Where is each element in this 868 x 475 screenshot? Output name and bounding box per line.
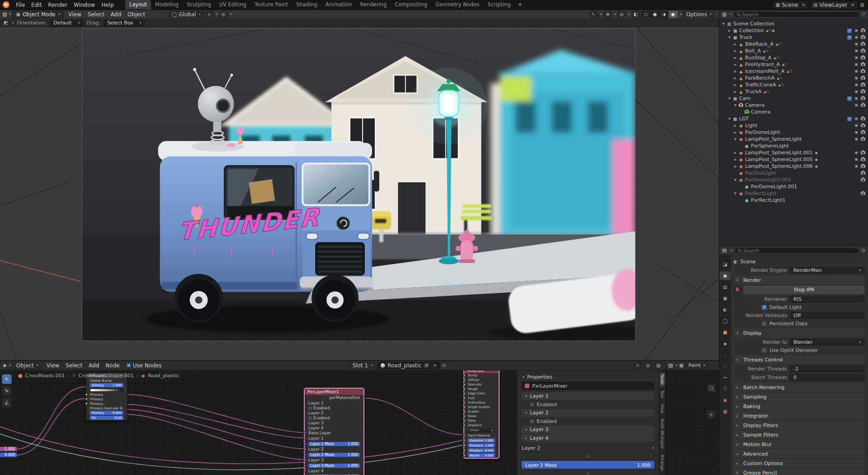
disclosure-arrow-icon[interactable]: ▼	[733, 104, 738, 107]
node-header[interactable]: PxrLayerMixer1	[305, 389, 363, 395]
properties-tab-modifiers[interactable]: ◆	[720, 339, 731, 348]
panel-threads-control[interactable]: ▾Threads Control	[734, 356, 864, 364]
yellow-socket[interactable]	[85, 398, 88, 400]
workspace-tab-texture-paint[interactable]: Texture Paint	[250, 0, 292, 10]
edge-node-slider[interactable]: 0.000	[0, 452, 17, 457]
npanel-tab-view[interactable]: View	[660, 402, 665, 415]
pink-socket[interactable]	[303, 437, 306, 440]
options-menu[interactable]: Options▾	[683, 11, 715, 18]
sidebar-properties-panel[interactable]: ▾Properties	[522, 373, 654, 381]
panel-integrator[interactable]: ▸Integrator	[734, 412, 864, 420]
scene-unlink-icon[interactable]: ×	[802, 2, 806, 8]
outliner-row-trucka[interactable]: ▶▲TruckA▲▽◉	[719, 88, 868, 95]
outliner-row-pxrrectlight[interactable]: ▼◉PxrRectLight	[719, 190, 868, 197]
pink-socket[interactable]	[303, 470, 306, 472]
gray-socket[interactable]	[463, 444, 466, 446]
outliner-row-lamppost-spherelight[interactable]: ▼◉LampPost_SphereLight◉	[719, 136, 868, 142]
disclosure-arrow-icon[interactable]: ▶	[727, 29, 732, 33]
outliner-row-bikerack-a[interactable]: ▶▲BikeRack_A▲▽◉	[719, 41, 868, 48]
camera-visibility-icon[interactable]	[861, 76, 865, 80]
outliner-row-icecreammelt-a[interactable]: ▶▲IcecreamMelt_A▲▽◉	[719, 68, 868, 75]
camera-visibility-icon[interactable]	[861, 97, 865, 100]
shader-type-select[interactable]: Object▾	[13, 362, 41, 369]
panel-grease-pencil[interactable]: ▸Grease Pencil	[734, 469, 864, 475]
eye-icon[interactable]: ◉	[854, 76, 858, 80]
outliner-row-cam[interactable]: ▼▦Cam✓◉	[719, 95, 868, 102]
gray-socket[interactable]	[463, 388, 466, 390]
collection-checkbox-icon[interactable]: ✓	[847, 117, 852, 121]
stop-ipr-button[interactable]: Stop IPR	[744, 286, 864, 294]
menu-file[interactable]: File	[13, 1, 28, 9]
npanel-enabled-row[interactable]: Enabled	[522, 401, 654, 408]
properties-tab-world[interactable]: ◯	[720, 317, 731, 325]
outliner-row-camera[interactable]: ▼Camera◉	[719, 102, 868, 109]
menu-edit[interactable]: Edit	[28, 1, 45, 9]
node-slider[interactable]: Primary1.000	[90, 383, 123, 387]
panel-custom-options[interactable]: ▸Custom Options	[734, 459, 864, 467]
pink-socket[interactable]	[303, 464, 306, 467]
properties-tab-physics[interactable]: ◌	[720, 362, 731, 370]
node-pxrlayermixer1[interactable]: PxrLayerMixer1pxrMaterialOutLayer 1Enabl…	[304, 388, 364, 475]
disclosure-arrow-icon[interactable]: ▶	[733, 70, 738, 73]
show-object-types-icon[interactable]: ↖	[590, 11, 598, 18]
npanel-section-layer-2[interactable]: ▾Layer 2	[522, 409, 654, 417]
collection-checkbox-icon[interactable]: ✓	[847, 35, 852, 40]
outliner-search[interactable]	[734, 11, 859, 18]
preset-star-button[interactable]: ☆	[522, 453, 654, 460]
panel-advanced[interactable]: ▸Advanced	[734, 450, 864, 458]
node-slider[interactable]: Pri0.50	[90, 416, 123, 420]
disclosure-arrow-icon[interactable]: ▶	[733, 90, 738, 94]
gray-socket[interactable]	[463, 392, 466, 395]
unlink-material-icon[interactable]: ×	[433, 362, 437, 368]
blender-logo-icon[interactable]	[3, 1, 9, 8]
panel-motion-blur[interactable]: ▸Motion Blur	[734, 440, 864, 448]
material-name-field[interactable]: Road_plastic 4 ×	[377, 362, 440, 369]
render-engine-select[interactable]: RenderMan▾	[790, 267, 864, 274]
disclosure-arrow-icon[interactable]: ▼	[733, 178, 738, 182]
add-workspace-button[interactable]: +	[514, 0, 525, 10]
union-dropdown[interactable]: Union▾	[468, 428, 495, 432]
outliner-row-trafficconea[interactable]: ▶▲TrafficConeA▲▽◉	[719, 81, 868, 88]
annotate-tool-button[interactable]: ✎	[2, 386, 12, 396]
disclosure-arrow-icon[interactable]: ▶	[733, 151, 738, 155]
color-ramp[interactable]	[90, 389, 123, 392]
orientation-setting-select[interactable]: Default▾	[50, 20, 83, 26]
properties-tab-scene[interactable]: ◐	[720, 305, 731, 314]
shading-rendered-icon[interactable]: ◉	[669, 11, 678, 18]
panel-baking[interactable]: ▸Baking	[734, 402, 864, 410]
outliner-row-bolt-a[interactable]: ▶▲Bolt_A▲▽◉	[719, 48, 868, 54]
denoiser-checkbox[interactable]: Use OptiX Denoiser	[734, 347, 864, 354]
panel-render[interactable]: ▾Render	[734, 276, 864, 284]
gray-socket[interactable]	[463, 383, 466, 386]
editor-options-icon[interactable]: ▤	[654, 362, 663, 369]
eye-icon[interactable]: ◉	[854, 28, 858, 33]
overlays-icon[interactable]: ◎	[644, 362, 652, 369]
transform-orientation-select[interactable]: ◯Global▾	[169, 11, 204, 18]
panel-sample-filters[interactable]: ▸Sample Filters	[734, 431, 864, 439]
disclosure-arrow-icon[interactable]: ▼	[733, 192, 738, 195]
outliner-row-lamppost-spherelight-006[interactable]: ▶◉LampPost_SphereLight.006●◉	[719, 163, 868, 170]
checkbox-icon[interactable]	[308, 416, 312, 420]
tweak-tool-button[interactable]: ↖	[2, 374, 12, 384]
gray-socket[interactable]	[463, 410, 466, 413]
disclosure-arrow-icon[interactable]: ▶	[733, 158, 738, 162]
renderer-select[interactable]: RIS	[790, 296, 864, 303]
menu-help[interactable]: Help	[98, 1, 117, 9]
gray-socket[interactable]	[463, 379, 466, 381]
eye-icon[interactable]: ◉	[854, 164, 858, 168]
pink-socket[interactable]	[303, 432, 306, 434]
gray-socket[interactable]	[463, 454, 466, 456]
use-nodes-checkbox[interactable]: Use Nodes	[127, 362, 162, 369]
npanel-tab-node[interactable]: Node	[660, 372, 665, 387]
workspace-tab-shading[interactable]: Shading	[292, 0, 321, 10]
node-slider[interactable]: Primary0.000	[90, 411, 123, 415]
outliner-row-lamppost-spherelight-005[interactable]: ▶◉LampPost_SphereLight.005●◉	[719, 156, 868, 163]
camera-visibility-icon[interactable]	[861, 43, 865, 46]
shading-solid-icon[interactable]: ●	[651, 11, 660, 18]
image-editor-canvas[interactable]: +	[666, 370, 719, 475]
outliner-row-collection[interactable]: ▶▦Collection▲▽●✓◉	[719, 27, 868, 34]
eye-icon[interactable]: ◉	[854, 124, 858, 128]
overlays-icon[interactable]: ◎	[618, 11, 626, 18]
outliner-row-truck[interactable]: ▼▦Truck✓◉	[719, 34, 868, 41]
render-to-select[interactable]: Blender▾	[790, 339, 864, 346]
